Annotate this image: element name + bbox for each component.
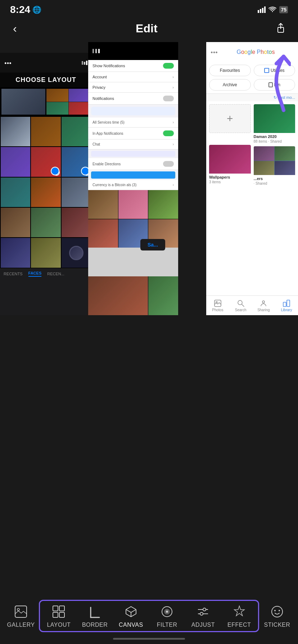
photo-cell <box>62 208 91 237</box>
sticker-icon <box>269 604 285 620</box>
photo-cell <box>31 117 60 146</box>
canvas-icon <box>123 604 139 620</box>
settings-row: In App Notifications <box>88 128 178 139</box>
gallery-icon <box>13 604 29 620</box>
photo-cell <box>1 117 30 146</box>
effect-label: EFFECT <box>227 622 251 628</box>
toolbar-outer: GALLERY LAYOUT <box>0 600 298 635</box>
svg-point-11 <box>262 301 265 303</box>
status-time: 8:24 <box>10 4 30 15</box>
back-button[interactable]: ‹ <box>10 22 20 35</box>
svg-point-15 <box>17 608 19 611</box>
gp-nav-library[interactable]: Library <box>275 296 298 315</box>
screen-header: ●●● <box>0 53 92 73</box>
toolbar-highlight: LAYOUT BORDER <box>39 600 259 632</box>
photo-cell-checked: ✓ <box>62 147 91 176</box>
status-bar: 8:24 🌐 75 <box>0 0 298 18</box>
photo-cell <box>31 208 60 237</box>
gallery-label: GALLERY <box>7 622 35 628</box>
settings-row: Currency is a Bitcoin als (3) › <box>88 180 178 190</box>
photo-cell <box>62 238 91 267</box>
gp-nav-sharing[interactable]: Sharing <box>252 296 275 315</box>
share-button[interactable] <box>274 21 288 36</box>
nav-title: Edit <box>136 22 157 35</box>
toggle-on <box>163 63 174 69</box>
sticker-tool[interactable]: STICKER <box>259 602 295 630</box>
svg-rect-6 <box>84 62 85 65</box>
add-album-btn[interactable]: + <box>209 104 251 143</box>
save-overlay-btn[interactable]: Sa... <box>140 239 165 250</box>
battery-icon: 75 <box>279 6 288 13</box>
svg-marker-27 <box>234 606 244 616</box>
settings-row: Notifications <box>88 93 178 105</box>
settings-row: Enable Directions <box>88 158 178 170</box>
adjust-icon <box>195 604 211 620</box>
wifi-icon <box>268 6 276 13</box>
photo-cell <box>1 178 30 207</box>
photo-cell-checked: ✓ <box>31 147 60 176</box>
canvas-label: CANVAS <box>119 622 143 628</box>
canvas-area: ●●● CHOOSE LAYOUT <box>0 42 298 294</box>
gp-bottom-nav: Photos Search Sharing <box>206 295 298 315</box>
border-tool[interactable]: BORDER <box>77 602 113 630</box>
gp-nav-search[interactable]: Search <box>229 296 252 315</box>
photo-cell <box>62 178 91 207</box>
svg-rect-12 <box>283 302 286 307</box>
favourites-btn[interactable]: Favourites <box>209 65 251 76</box>
svg-point-28 <box>272 606 283 617</box>
share-icon <box>275 22 286 34</box>
choose-layout-label: CHOOSE LAYOUT <box>0 73 92 87</box>
svg-rect-13 <box>287 300 290 307</box>
recents2-tab[interactable]: RECEN... <box>47 272 64 276</box>
screenshot-left: ●●● CHOOSE LAYOUT <box>0 53 92 315</box>
svg-point-30 <box>279 610 280 611</box>
effect-tool[interactable]: EFFECT <box>221 602 257 630</box>
border-label: BORDER <box>82 622 108 628</box>
toggle-on-2 <box>163 130 174 136</box>
svg-point-29 <box>274 610 276 611</box>
photo-cell <box>1 208 30 237</box>
screenshot-mid: Show Notifications Account › Privacy › N… <box>88 42 178 315</box>
photos-nav-icon <box>214 299 222 307</box>
canvas-tool[interactable]: CANVAS <box>113 602 149 630</box>
svg-rect-5 <box>82 61 83 65</box>
photo-cell <box>1 147 30 176</box>
svg-rect-14 <box>15 606 27 617</box>
arrow-overlay <box>248 46 291 119</box>
svg-point-22 <box>166 611 168 613</box>
filter-icon <box>159 604 175 620</box>
svg-point-26 <box>200 612 203 615</box>
filter-tool[interactable]: FILTER <box>149 602 185 630</box>
gallery-tool[interactable]: GALLERY <box>3 602 39 630</box>
svg-point-25 <box>203 608 206 611</box>
svg-rect-2 <box>262 8 263 13</box>
effect-icon <box>231 604 247 620</box>
adjust-tool[interactable]: ADJUST <box>185 602 221 630</box>
wallpapers-album[interactable]: Wallpapers 3 items <box>209 145 251 185</box>
archive-btn[interactable]: Archive <box>209 79 251 91</box>
filter-label: FILTER <box>157 622 177 628</box>
search-nav-icon <box>237 299 245 307</box>
bottom-toolbar: GALLERY LAYOUT <box>0 600 298 644</box>
faces-tab[interactable]: FACES <box>28 271 42 277</box>
settings-row: Chat › <box>88 139 178 150</box>
svg-rect-7 <box>86 61 87 65</box>
globe-icon: 🌐 <box>32 5 41 14</box>
settings-row: Account › <box>88 72 178 82</box>
adjust-label: ADJUST <box>191 622 215 628</box>
gp-nav-photos[interactable]: Photos <box>206 296 229 315</box>
border-icon <box>87 604 103 620</box>
recents-tab[interactable]: RECENTS <box>4 272 23 276</box>
settings-row: Show Notifications <box>88 60 178 72</box>
signal-icon <box>258 6 266 13</box>
photo-group[interactable]: ...ers · Shared <box>254 146 295 185</box>
sticker-label: STICKER <box>264 622 290 628</box>
photo-grid: ✓ ✓ <box>0 116 92 268</box>
layout-tool[interactable]: LAYOUT <box>41 602 77 630</box>
status-icons: 75 <box>258 6 288 13</box>
svg-rect-3 <box>264 6 266 13</box>
collage-container: ●●● CHOOSE LAYOUT <box>0 42 298 294</box>
svg-rect-19 <box>59 612 64 617</box>
photo-cell <box>62 117 91 146</box>
svg-rect-1 <box>260 9 261 13</box>
